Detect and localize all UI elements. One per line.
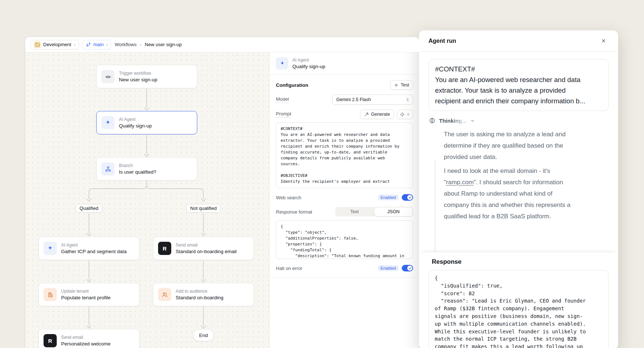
folder-icon — [34, 41, 41, 48]
resend-icon: R — [158, 242, 171, 255]
generate-button[interactable]: Generate — [360, 110, 394, 119]
halt-on-error-label: Halt on error — [276, 266, 302, 271]
node-name: Standard on-boarding — [176, 295, 224, 300]
config-section-divider — [270, 277, 419, 278]
toggle-check-icon — [407, 195, 412, 200]
workflow-canvas[interactable]: <> Trigger workflow New user sign-up AI … — [25, 52, 269, 348]
web-search-label: Web search — [276, 195, 301, 200]
node-type: Update tenant — [61, 289, 111, 294]
branch-tree-icon — [101, 162, 115, 175]
toggle-check-icon — [407, 266, 412, 271]
updown-chevron-icon — [405, 97, 410, 102]
breadcrumb-page: New user sign-up — [145, 42, 182, 47]
git-branch-icon — [86, 42, 91, 47]
agent-run-header: Agent run — [419, 30, 618, 52]
node-name: Personalized welcome — [61, 341, 111, 347]
response-section: Response { "isQualified": true, "score":… — [419, 252, 618, 348]
node-ai-agent-qualify[interactable]: AI Agent Qualify sign-up — [96, 111, 197, 134]
schema-textarea[interactable]: { "type": "object", "additionalPropertie… — [276, 220, 413, 259]
configuration-heading: Configuration — [276, 82, 308, 88]
node-type: Trigger workflow — [119, 71, 157, 76]
diamond-grid-icon — [400, 112, 405, 117]
thinking-timeline-rail — [435, 160, 435, 261]
web-search-status-badge: Enabled — [378, 195, 398, 200]
sparkle-icon — [44, 242, 57, 255]
thinking-icon — [429, 117, 435, 124]
node-name: Standard on-boarding email — [176, 249, 237, 254]
node-type: Branch — [119, 163, 156, 168]
config-node-name: Qualify sign-up — [292, 64, 325, 69]
branch-label-not-qualified: Not qualified — [186, 204, 221, 212]
sparkle-icon — [276, 57, 288, 70]
thinking-paragraph-2: I need to look at the email domain - it'… — [444, 165, 609, 222]
response-format-segmented: Text JSON — [335, 207, 413, 216]
agent-run-body: #CONTEXT# You are an AI-powered web rese… — [419, 52, 618, 348]
test-button[interactable]: Test — [390, 80, 413, 90]
node-add-to-audience[interactable]: Add to audience Standard on-boarding — [153, 283, 254, 306]
prompt-label: Prompt — [276, 111, 291, 118]
updown-chevron-icon — [406, 112, 410, 116]
thinking-paragraph-1: The user is asking me to analyze a lead … — [444, 129, 609, 163]
node-name: New user sign-up — [119, 77, 157, 82]
breadcrumb-branch-label: main — [93, 42, 104, 47]
format-json-option[interactable]: JSON — [374, 207, 413, 216]
play-icon — [394, 83, 398, 87]
model-select[interactable]: Gemini 2.5 Flash — [332, 95, 413, 105]
node-trigger[interactable]: <> Trigger workflow New user sign-up — [96, 65, 197, 88]
node-end[interactable]: End — [193, 329, 214, 341]
chevron-right-icon: › — [74, 42, 75, 47]
node-name: Populate tenant profile — [61, 295, 111, 300]
agent-run-title: Agent run — [428, 38, 456, 44]
context-preview-box[interactable]: #CONTEXT# You are an AI-powered web rese… — [428, 59, 609, 111]
node-send-email-personalized[interactable]: R Send email Personalized welcome — [38, 329, 139, 348]
node-branch[interactable]: Branch Is user qualified? — [96, 157, 197, 181]
format-text-option[interactable]: Text — [335, 207, 374, 216]
prompt-textarea[interactable]: #CONTEXT# You are an AI-powered web rese… — [276, 122, 413, 188]
model-label: Model — [276, 96, 289, 103]
response-json-box[interactable]: { "isQualified": true, "score": 82 "reas… — [428, 270, 609, 348]
node-update-tenant[interactable]: Update tenant Populate tenant profile — [38, 283, 139, 306]
breadcrumb-project-chip[interactable]: Development › — [30, 40, 79, 49]
node-send-email-standard[interactable]: R Send email Standard on-boarding email — [153, 237, 254, 260]
config-node-type: AI Agent — [292, 58, 325, 63]
node-name: Is user qualified? — [119, 169, 156, 175]
resend-icon: R — [44, 334, 57, 347]
breadcrumb-section[interactable]: Workflows — [115, 42, 136, 47]
building-icon — [44, 288, 57, 301]
variables-button[interactable] — [397, 110, 413, 119]
node-type: Send email — [176, 243, 237, 248]
node-type: AI Agent — [119, 117, 152, 122]
breadcrumb-project-label: Development — [43, 42, 71, 47]
thinking-toggle[interactable]: Thinking... — [429, 117, 609, 124]
response-heading: Response — [432, 258, 609, 266]
node-ai-agent-gather[interactable]: AI Agent Gather ICP and segment data — [38, 237, 139, 260]
node-type: AI Agent — [61, 243, 127, 248]
node-type: Send email — [61, 335, 111, 340]
node-name: Gather ICP and segment data — [61, 249, 127, 254]
node-name: Qualify sign-up — [119, 123, 152, 129]
breadcrumb: Development › main › Workflows › New use… — [25, 37, 419, 52]
code-icon: <> — [101, 70, 115, 83]
halt-status-badge: Enabled — [378, 265, 398, 271]
close-icon[interactable] — [598, 36, 609, 46]
screen: { "colors": { "accent": "#3a6bf0", "togg… — [0, 0, 644, 348]
workflow-window: Development › main › Workflows › New use… — [25, 37, 419, 348]
chevron-down-icon — [470, 118, 475, 123]
people-icon — [158, 288, 171, 301]
config-panel: AI Agent Qualify sign-up Configuration T… — [269, 52, 419, 348]
chevron-right-icon: › — [106, 42, 108, 47]
thinking-label: Thinking... — [439, 118, 467, 124]
sparkle-icon — [101, 116, 115, 129]
wand-icon — [364, 112, 369, 117]
node-type: Add to audience — [176, 289, 224, 294]
halt-on-error-toggle[interactable] — [402, 265, 413, 271]
response-format-label: Response format — [276, 209, 312, 215]
agent-run-panel: Agent run #CONTEXT# You are an AI-powere… — [419, 30, 618, 348]
web-search-toggle[interactable] — [402, 194, 413, 201]
breadcrumb-branch-chip[interactable]: main › — [82, 40, 112, 49]
branch-label-qualified: Qualified — [75, 204, 102, 212]
ramp-link[interactable]: ramp.com — [446, 179, 474, 186]
chevron-right-icon: › — [140, 42, 141, 47]
config-node-header: AI Agent Qualify sign-up — [270, 52, 419, 75]
